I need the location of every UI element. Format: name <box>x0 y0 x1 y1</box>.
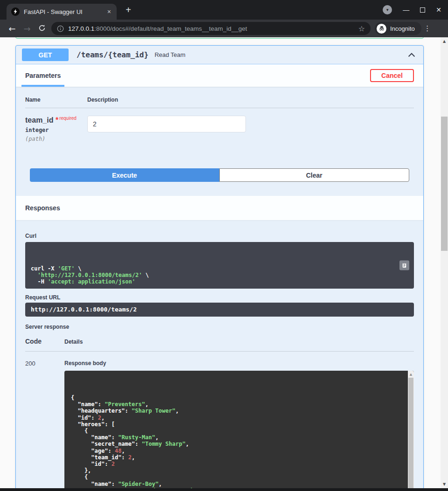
execute-row: Execute Clear <box>30 168 409 182</box>
previous-opblock-bottom-edge <box>15 37 424 39</box>
get-opblock: GET /teams/{team_id} Read Team Parameter… <box>15 45 424 491</box>
responses-title: Responses <box>25 204 60 212</box>
incognito-icon <box>377 24 386 34</box>
window-controls: ▼ — ✕ <box>383 5 441 14</box>
clear-button[interactable]: Clear <box>219 168 410 182</box>
name-column-header: Name <box>25 97 87 103</box>
response-body-label: Response body <box>64 360 414 367</box>
method-badge: GET <box>22 48 69 61</box>
required-label: required <box>59 116 77 121</box>
minimize-button[interactable]: — <box>403 5 409 14</box>
request-url-label: Request URL <box>25 294 414 301</box>
responses-section-header: Responses <box>16 196 423 220</box>
copy-to-clipboard-button[interactable] <box>399 261 409 270</box>
page-scroll-down-icon[interactable]: ▼ <box>441 482 448 486</box>
forward-button-icon: → <box>20 24 35 34</box>
url-text[interactable]: 127.0.0.1:8000/docs#/default/read_team_t… <box>68 25 354 32</box>
url-path: :8000/docs#/default/read_team_teams__tea… <box>94 25 247 32</box>
team-id-input[interactable] <box>87 116 246 132</box>
parameter-location: (path) <box>25 136 87 142</box>
response-body-block[interactable]: ▲ { "name": "Preventers", "headquarters"… <box>64 371 414 491</box>
browser-titlebar: FastAPI - Swagger UI × + ▼ — ✕ <box>0 0 448 20</box>
site-info-icon[interactable] <box>57 25 64 32</box>
scrollbar-up-arrow-icon[interactable]: ▲ <box>408 371 414 378</box>
page-scroll-up-icon[interactable]: ▲ <box>441 39 448 43</box>
browser-tab[interactable]: FastAPI - Swagger UI × <box>7 4 117 20</box>
execute-button[interactable]: Execute <box>30 168 219 182</box>
new-tab-button[interactable]: + <box>122 4 134 16</box>
swagger-page: GET /teams/{team_id} Read Team Parameter… <box>0 37 448 491</box>
page-scrollbar-thumb[interactable] <box>441 117 448 251</box>
response-scrollbar-thumb[interactable] <box>408 378 413 491</box>
parameter-type: integer <box>25 127 87 133</box>
address-bar[interactable]: 127.0.0.1:8000/docs#/default/read_team_t… <box>51 22 371 35</box>
required-star: * <box>56 116 58 124</box>
parameter-meta: team_id *required integer (path) <box>25 116 87 142</box>
parameter-row: team_id *required integer (path) <box>25 116 414 142</box>
back-button-icon[interactable]: ← <box>5 24 20 34</box>
parameters-section-header: Parameters Cancel <box>16 64 423 87</box>
window-bottom-edge <box>0 488 448 491</box>
reload-button-icon[interactable] <box>35 24 49 34</box>
response-details-cell: Response body ▲ { "name": "Preventers", … <box>64 360 414 491</box>
tab-title: FastAPI - Swagger UI <box>24 8 106 15</box>
browser-menu-icon[interactable]: ⋮ <box>421 24 434 33</box>
status-code: 200 <box>25 360 64 491</box>
details-column-header: Details <box>64 339 83 345</box>
browser-toolbar: ← → 127.0.0.1:8000/docs#/default/read_te… <box>0 20 448 37</box>
endpoint-summary: Read Team <box>154 51 406 58</box>
tab-close-icon[interactable]: × <box>106 8 112 15</box>
cancel-button[interactable]: Cancel <box>370 69 414 82</box>
incognito-label: Incognito <box>390 25 415 32</box>
fastapi-favicon-icon <box>11 7 20 16</box>
chrome-chevron-button[interactable]: ▼ <box>383 5 392 14</box>
request-url-block: http://127.0.0.1:8000/teams/2 <box>25 303 414 317</box>
code-column-header: Code <box>25 338 64 345</box>
response-row: 200 Response body ▲ { "name": "Preventer… <box>25 360 414 491</box>
description-column-header: Description <box>87 97 118 103</box>
collapse-chevron-icon[interactable] <box>406 50 417 60</box>
response-table-header: Code Details <box>25 338 414 352</box>
url-host: 127.0.0.1 <box>68 25 94 32</box>
page-scrollbar[interactable]: ▲ ▼ <box>441 37 448 491</box>
curl-label: Curl <box>25 233 414 239</box>
bookmark-star-icon[interactable]: ☆ <box>358 24 365 33</box>
maximize-button[interactable] <box>420 7 425 13</box>
parameter-name: team_id *required <box>25 116 87 124</box>
endpoint-path: /teams/{team_id} <box>77 50 148 59</box>
opblock-header[interactable]: GET /teams/{team_id} Read Team <box>16 46 423 64</box>
parameters-table-header: Name Description <box>25 97 414 108</box>
responses-body: Curl curl -X 'GET' \ 'http://127.0.0.1:8… <box>16 220 423 491</box>
response-body-scrollbar[interactable]: ▲ <box>408 371 414 491</box>
server-response-label: Server response <box>25 324 414 330</box>
parameter-value-cell <box>87 116 246 142</box>
curl-code-block[interactable]: curl -X 'GET' \ 'http://127.0.0.1:8000/t… <box>25 242 414 289</box>
parameters-body: Name Description team_id *required integ… <box>16 87 423 182</box>
window-close-button[interactable]: ✕ <box>436 5 441 14</box>
incognito-badge: Incognito <box>375 22 421 35</box>
tab-parameters[interactable]: Parameters <box>21 64 64 87</box>
